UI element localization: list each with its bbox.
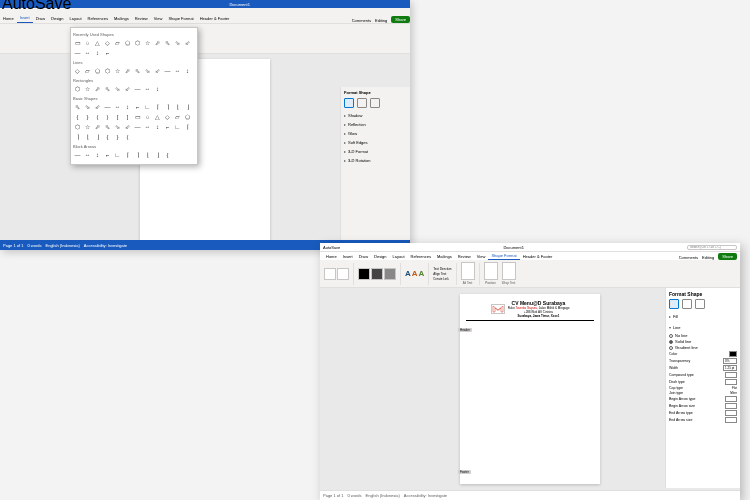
gradient-line-radio[interactable]: Gradient line xyxy=(669,345,737,350)
align-text-button[interactable]: Align Text xyxy=(433,272,451,276)
shape-option[interactable]: ⬁ xyxy=(73,102,82,111)
position-button[interactable]: Position xyxy=(484,262,498,285)
begin-arrow-size-dropdown[interactable] xyxy=(725,403,737,409)
color-swatch[interactable] xyxy=(729,351,737,357)
shape-option[interactable]: ⬂ xyxy=(173,38,182,47)
shape-option[interactable]: ☆ xyxy=(83,122,92,131)
shadow-row[interactable]: ▸Shadow xyxy=(344,111,407,120)
shape-option[interactable]: ⬂ xyxy=(143,66,152,75)
line-section-toggle[interactable]: ▾Line xyxy=(669,323,737,332)
shape-option[interactable]: { xyxy=(103,132,112,141)
shape-option[interactable]: ∟ xyxy=(173,122,182,131)
shape-option[interactable]: ▭ xyxy=(73,38,82,47)
end-arrow-type-dropdown[interactable] xyxy=(725,410,737,416)
join-value[interactable]: Miter xyxy=(730,391,737,395)
fill-line-tab-icon[interactable] xyxy=(344,98,354,108)
editing-dropdown-back[interactable]: Editing xyxy=(375,18,387,23)
shape-option[interactable]: ⬃ xyxy=(123,84,132,93)
wordart-styles-group[interactable]: AAA xyxy=(405,269,424,278)
wordart-a-icon[interactable]: A xyxy=(405,269,411,278)
tab-references[interactable]: References xyxy=(85,14,111,23)
shape-option[interactable]: ↕ xyxy=(183,66,192,75)
shape-option[interactable]: ⌈ xyxy=(123,150,132,159)
layout-tab-icon-f[interactable] xyxy=(695,299,705,309)
shape-option[interactable]: ⌐ xyxy=(133,102,142,111)
tab-header-footer-f[interactable]: Header & Footer xyxy=(520,253,556,260)
shape-option[interactable]: ⬠ xyxy=(123,38,132,47)
reflection-row[interactable]: ▸Reflection xyxy=(344,120,407,129)
shape-option[interactable]: { xyxy=(73,112,82,121)
shape-option[interactable]: ⬁ xyxy=(103,122,112,131)
dash-dropdown[interactable] xyxy=(725,379,737,385)
shape-preset-icon[interactable] xyxy=(337,268,349,280)
shape-option[interactable]: ⬡ xyxy=(103,66,112,75)
shape-option[interactable]: — xyxy=(133,122,142,131)
shape-option[interactable]: ⬃ xyxy=(93,102,102,111)
style-swatch-icon[interactable] xyxy=(384,268,396,280)
shape-option[interactable]: ↔ xyxy=(143,84,152,93)
shape-option[interactable]: ⌈ xyxy=(183,122,192,131)
shape-option[interactable]: [ xyxy=(113,112,122,121)
shape-option[interactable]: △ xyxy=(153,112,162,121)
shape-option[interactable]: ▱ xyxy=(173,112,182,121)
shape-option[interactable]: ⬁ xyxy=(103,84,112,93)
shape-option[interactable]: ∟ xyxy=(113,150,122,159)
language-f[interactable]: English (Indonesia) xyxy=(365,493,399,498)
shape-option[interactable]: ⬂ xyxy=(83,102,92,111)
shape-option[interactable]: ⬡ xyxy=(73,122,82,131)
shape-option[interactable]: } xyxy=(83,112,92,121)
tab-draw-f[interactable]: Draw xyxy=(356,253,371,260)
shape-option[interactable]: ⬠ xyxy=(183,112,192,121)
alt-text-button[interactable]: Alt Text xyxy=(461,262,475,285)
shape-option[interactable]: ⬃ xyxy=(153,66,162,75)
shape-option[interactable]: ⌐ xyxy=(163,122,172,131)
shape-option[interactable]: ⬡ xyxy=(133,38,142,47)
header-tag[interactable]: Header xyxy=(458,328,472,332)
shape-option[interactable]: ⬃ xyxy=(123,122,132,131)
share-button-back[interactable]: Share xyxy=(391,16,410,23)
shape-option[interactable]: ) xyxy=(103,112,112,121)
shape-option[interactable]: ▭ xyxy=(133,112,142,121)
shape-option[interactable]: ↕ xyxy=(123,102,132,111)
comments-button-back[interactable]: Comments xyxy=(352,18,371,23)
shape-option[interactable]: ⌈ xyxy=(153,102,162,111)
shape-option[interactable]: ⬀ xyxy=(93,84,102,93)
comments-button-front[interactable]: Comments xyxy=(679,255,698,260)
shape-option[interactable]: ∟ xyxy=(143,102,152,111)
tab-home[interactable]: Home xyxy=(0,14,17,23)
shape-option[interactable]: ☆ xyxy=(113,66,122,75)
shape-option[interactable]: ○ xyxy=(83,38,92,47)
shape-option[interactable]: ☆ xyxy=(83,84,92,93)
page-front[interactable]: CV Menu@D Surabaya Ruko Toserba Gapura, … xyxy=(460,294,600,484)
shape-option[interactable]: ⌊ xyxy=(143,150,152,159)
shape-option[interactable]: ☆ xyxy=(143,38,152,47)
shape-option[interactable]: ◇ xyxy=(163,112,172,121)
word-count-f[interactable]: 0 words xyxy=(347,493,361,498)
shape-option[interactable]: ⌋ xyxy=(93,132,102,141)
shape-option[interactable]: — xyxy=(103,102,112,111)
shape-option[interactable]: ⬂ xyxy=(113,122,122,131)
style-swatch-icon[interactable] xyxy=(358,268,370,280)
language[interactable]: English (Indonesia) xyxy=(45,243,79,248)
tab-view[interactable]: View xyxy=(151,14,166,23)
text-direction-button[interactable]: Text Direction xyxy=(433,267,451,271)
wordart-a-icon[interactable]: A xyxy=(419,269,425,278)
shape-option[interactable]: ⌋ xyxy=(183,102,192,111)
3d-rotation-row[interactable]: ▸3-D Rotation xyxy=(344,156,407,165)
tab-insert-f[interactable]: Insert xyxy=(340,253,356,260)
shape-option[interactable]: — xyxy=(133,84,142,93)
shape-option[interactable]: ◇ xyxy=(103,38,112,47)
shape-option[interactable]: ⬠ xyxy=(93,66,102,75)
accessibility[interactable]: Accessibility: Investigate xyxy=(84,243,127,248)
shape-option[interactable]: { xyxy=(163,150,172,159)
width-input[interactable] xyxy=(723,365,737,371)
accessibility-f[interactable]: Accessibility: Investigate xyxy=(404,493,447,498)
shape-option[interactable]: ↕ xyxy=(153,122,162,131)
tab-view-f[interactable]: View xyxy=(474,253,489,260)
shape-option[interactable]: ⬁ xyxy=(133,66,142,75)
effects-tab-icon[interactable] xyxy=(357,98,367,108)
editing-dropdown-front[interactable]: Editing xyxy=(702,255,714,260)
tab-mailings[interactable]: Mailings xyxy=(111,14,132,23)
shape-option[interactable]: ⬀ xyxy=(123,66,132,75)
fill-section-toggle[interactable]: ▸Fill xyxy=(669,312,737,321)
